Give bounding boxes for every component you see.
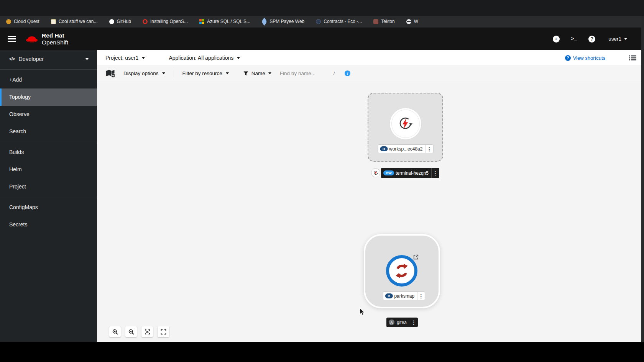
bookmark-tekton[interactable]: Tekton <box>373 19 394 24</box>
zoom-in-button[interactable] <box>109 326 121 337</box>
divider <box>0 142 97 142</box>
perspective-switcher[interactable]: </> Developer <box>0 50 97 68</box>
bookmark-favicon <box>261 18 268 26</box>
bookmark-label: Contracts - Eco -... <box>324 19 362 24</box>
bookmark-cloud-quest[interactable]: Cloud Quest <box>6 19 39 24</box>
bookmarks-bar: Cloud Quest Cool stuff we can... GitHub … <box>0 16 644 28</box>
find-by-name-input[interactable] <box>280 70 330 76</box>
nav-menu-toggle-icon[interactable] <box>8 36 16 42</box>
redhat-fedora-icon <box>25 34 38 44</box>
kebab-menu-icon[interactable]: ⋮ <box>432 170 439 176</box>
chevron-down-icon <box>162 72 165 74</box>
help-icon[interactable]: ? <box>588 36 595 43</box>
bookmark-github[interactable]: GitHub <box>109 19 131 24</box>
sidebar-item-builds[interactable]: Builds <box>0 144 97 161</box>
kebab-menu-icon[interactable]: ⋮ <box>417 293 425 299</box>
add-plus-icon[interactable]: + <box>553 36 560 43</box>
list-view-toggle-icon[interactable] <box>629 55 636 61</box>
view-shortcuts-link[interactable]: ? View shortcuts <box>565 55 605 61</box>
screen: Cloud Quest Cool stuff we can... GitHub … <box>0 0 644 362</box>
workspace-node-label[interactable]: D worksp...ec48a2 ⋮ <box>378 144 434 153</box>
gitea-name: gitea <box>394 320 410 325</box>
bookmark-contracts[interactable]: Contracts - Eco -... <box>316 19 362 24</box>
help-circle-icon: ? <box>565 55 571 61</box>
bookmark-w[interactable]: W <box>406 19 418 24</box>
bookmark-favicon <box>51 19 56 24</box>
browser-scrollbar[interactable] <box>641 16 644 342</box>
parksmap-node-label[interactable]: D parksmap ⋮ <box>383 292 425 300</box>
project-selector[interactable]: Project: user1 <box>105 55 145 61</box>
gitea-node-label[interactable]: A gitea ⋮ <box>386 318 418 327</box>
bookmark-spm-payee[interactable]: SPM Payee Web <box>262 19 304 24</box>
masthead: Red Hat OpenShift + >_ ? user1 <box>0 28 644 50</box>
divider <box>0 69 97 70</box>
bookmark-favicon <box>143 19 148 24</box>
shortcut-key-hint: / <box>334 70 335 76</box>
microsoft-icon <box>199 19 204 24</box>
mouse-cursor <box>359 308 366 316</box>
info-icon[interactable]: i <box>345 70 350 76</box>
application-selector-label: Application: All applications <box>169 55 233 61</box>
chevron-down-icon <box>268 72 271 74</box>
globe-icon <box>406 19 411 24</box>
reset-view-button[interactable] <box>158 326 169 337</box>
bookmark-label: Azure SQL / SQL S... <box>207 19 250 24</box>
brand-text: Red Hat OpenShift <box>42 32 68 46</box>
bookmark-label: Cloud Quest <box>14 19 39 24</box>
display-options-label: Display options <box>123 70 159 76</box>
sidebar-item-observe[interactable]: Observe <box>0 106 97 123</box>
name-filter-dropdown[interactable]: Name <box>243 70 271 76</box>
sidebar-item-search[interactable]: Search <box>0 123 97 140</box>
terminal-node[interactable] <box>371 168 380 177</box>
sidebar-item-helm[interactable]: Helm <box>0 161 97 178</box>
view-shortcuts-label: View shortcuts <box>573 55 605 61</box>
sidebar-item-add[interactable]: +Add <box>0 71 97 88</box>
divider <box>174 69 174 78</box>
filter-by-resource-label: Filter by resource <box>182 70 222 76</box>
web-terminal-icon[interactable]: >_ <box>571 36 577 42</box>
bookmark-favicon <box>6 19 11 24</box>
bookmark-label: W <box>414 19 418 24</box>
bookmark-cool-stuff[interactable]: Cool stuff we can... <box>51 19 98 24</box>
filter-by-resource-dropdown[interactable]: Filter by resource <box>182 70 229 76</box>
open-url-decorator-icon[interactable] <box>412 254 419 260</box>
parksmap-name: parksmap <box>393 293 417 299</box>
fit-to-screen-button[interactable] <box>141 326 153 337</box>
quick-search-icon[interactable] <box>106 69 115 78</box>
bookmark-favicon <box>373 19 378 24</box>
deployment-badge: D <box>385 293 393 298</box>
divider <box>0 197 97 197</box>
topology-canvas[interactable]: D worksp...ec48a2 ⋮ DW terminal-hezqn5 <box>97 81 644 342</box>
deployment-badge: D <box>380 146 388 151</box>
kebab-menu-icon[interactable]: ⋮ <box>426 146 433 152</box>
sidebar-item-configmaps[interactable]: ConfigMaps <box>0 199 97 216</box>
sidebar-item-topology[interactable]: Topology <box>0 88 97 106</box>
chevron-down-icon <box>226 72 229 74</box>
name-filter-label: Name <box>251 70 265 76</box>
sidebar-item-secrets[interactable]: Secrets <box>0 216 97 233</box>
devworkspace-icon <box>373 170 379 176</box>
letterbox-bottom <box>0 342 644 362</box>
workspace-node[interactable] <box>389 108 422 140</box>
application-badge: A <box>389 319 394 325</box>
filter-funnel-icon <box>243 71 248 76</box>
username: user1 <box>608 36 621 42</box>
bookmark-azure-sql[interactable]: Azure SQL / SQL S... <box>199 19 250 24</box>
user-menu[interactable]: user1 <box>608 36 627 42</box>
sidebar: </> Developer +Add Topology Observe Sear… <box>0 50 97 342</box>
zoom-out-button[interactable] <box>125 326 137 337</box>
terminal-node-label[interactable]: DW terminal-hezqn5 ⋮ <box>381 168 439 178</box>
chevron-down-icon <box>142 57 145 59</box>
bookmark-installing-openshift[interactable]: Installing OpenS... <box>143 19 188 24</box>
devworkspace-badge: DW <box>383 170 394 175</box>
kebab-menu-icon[interactable]: ⋮ <box>410 319 417 326</box>
browser-titlebar <box>0 0 644 16</box>
application-selector[interactable]: Application: All applications <box>169 55 240 61</box>
terminal-name: terminal-hezqn5 <box>394 170 431 176</box>
sidebar-item-project[interactable]: Project <box>0 178 97 195</box>
brand-openshift: OpenShift <box>42 39 68 46</box>
github-icon <box>109 19 114 24</box>
code-icon: </> <box>9 56 15 62</box>
context-bar: Project: user1 Application: All applicat… <box>97 50 644 66</box>
display-options-dropdown[interactable]: Display options <box>123 70 165 76</box>
